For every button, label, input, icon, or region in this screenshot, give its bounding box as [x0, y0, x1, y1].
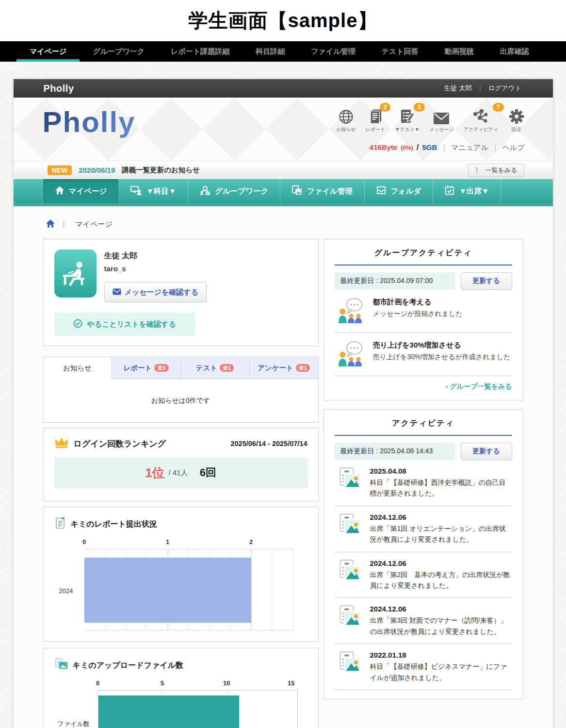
upload-category-label: ファイル数	[58, 720, 90, 728]
activity-count-badge: 7	[493, 103, 504, 112]
chevron-right-icon: 〉	[475, 166, 482, 175]
brand-text: Pholly	[44, 83, 74, 94]
activity-item[interactable]: 2022.01.18 科目「【基礎研修】ビジネスマナー」にファイルが追加されまし…	[335, 644, 512, 690]
top-tab-subject-detail[interactable]: 科目詳細	[243, 41, 298, 62]
rank-total: / 41人	[169, 468, 188, 478]
help-link[interactable]: ヘルプ	[502, 143, 524, 152]
activity-card: アクティビティ 最終更新日 : 2025.04.08 14:43 更新する 20…	[323, 409, 523, 699]
files-icon	[292, 185, 302, 197]
doc-image-icon	[338, 651, 363, 683]
logged-in-user: 生徒 太郎	[444, 84, 472, 93]
notice-text[interactable]: 講義一覧更新のお知らせ	[122, 165, 200, 175]
monitor-user-icon	[130, 185, 142, 197]
app-page: Pholly 生徒 太郎 ｜ ログアウト Pholly お知らせ	[14, 79, 553, 728]
activity-item[interactable]: 2024.12.06 出席「第3回 対面でのマナー（訪問/来客）」の出席状況が教…	[335, 598, 512, 644]
top-tab-video[interactable]: 動画視聴	[432, 41, 487, 62]
report-chart-title: キミのレポート提出状況	[71, 519, 157, 529]
chevron-right-icon: ›	[446, 382, 448, 390]
ranking-result: 1位 / 41人 6回	[54, 457, 307, 488]
logout-link[interactable]: ログアウト	[488, 84, 521, 93]
check-circle-icon	[73, 319, 82, 330]
activity-button[interactable]: アクティビティ 7	[464, 107, 499, 133]
report-button[interactable]: レポート 2	[366, 107, 386, 133]
globe-icon	[338, 107, 354, 125]
tab-anketo[interactable]: アンケート 未1	[250, 357, 319, 379]
pholly-logo[interactable]: Pholly	[43, 105, 136, 139]
top-tab-test-answer[interactable]: テスト回答	[369, 41, 432, 62]
envelope-icon	[113, 288, 121, 297]
group-icon	[200, 185, 210, 197]
nav-groupwork[interactable]: グループワーク	[188, 179, 280, 203]
breadcrumb-current: マイページ	[76, 220, 113, 229]
activity-refresh-button[interactable]: 更新する	[461, 443, 512, 460]
avatar	[54, 249, 97, 298]
storage-total: 5GB	[422, 143, 437, 151]
group-list-link[interactable]: ›グループ一覧をみる	[335, 376, 512, 391]
group-activity-item[interactable]: 都市計画を考える メッセージが投稿されました	[335, 290, 512, 333]
ranking-title: ログイン回数ランキング	[74, 438, 166, 449]
test-icon	[399, 107, 416, 125]
top-tab-groupwork[interactable]: グループワーク	[80, 41, 158, 62]
student-name: 生徒 太郎	[104, 251, 137, 261]
todo-list-button[interactable]: やることリストを確認する	[54, 313, 195, 336]
main-nav: マイページ ▼科目▼ グループワーク ファイル管理 フォルダ ▼出席▼	[14, 179, 553, 206]
nav-folder[interactable]: フォルダ	[365, 179, 433, 203]
report-bar-2024	[84, 558, 251, 623]
notices-panel: お知らせは0件です	[43, 379, 319, 423]
upload-chart-xticks: 0 5 10 15	[98, 679, 298, 690]
nav-attendance[interactable]: ▼出席▼	[433, 179, 501, 203]
tab-report[interactable]: レポート 未1	[112, 357, 181, 379]
unread-badge: 未1	[220, 364, 234, 372]
new-badge: NEW	[48, 165, 72, 175]
calendar-check-icon	[445, 185, 454, 197]
activity-item[interactable]: 2025.04.08 科目「【基礎研修】西洋史学概説」の自己目標が更新されました…	[335, 460, 512, 506]
view-all-notices-button[interactable]: 〉 一覧をみる	[468, 164, 525, 177]
check-messages-button[interactable]: メッセージを確認する	[104, 282, 207, 302]
top-tab-mypage[interactable]: マイページ	[16, 41, 80, 62]
manual-link[interactable]: マニュアル	[451, 143, 488, 152]
header-separator: ｜	[477, 84, 483, 93]
group-activity-item[interactable]: 売り上げを30%増加させる 売り上げを30%増加させるが作成されました	[335, 333, 512, 376]
activity-updated: 最終更新日 : 2025.04.08 14:43	[335, 443, 455, 460]
top-tab-attendance[interactable]: 出席確認	[487, 41, 542, 62]
doc-image-icon	[338, 559, 363, 591]
document-icon	[55, 517, 66, 531]
activity-title: アクティビティ	[335, 418, 512, 436]
upload-chart-title: キミのアップロードファイル数	[73, 661, 184, 671]
notice-tabs-block: お知らせ レポート 未1 テスト 未1 アンケート 未1	[43, 357, 319, 423]
settings-button[interactable]: 設定	[508, 107, 525, 133]
group-activity-title: グループアクティビティ	[335, 248, 512, 265]
group-activity-refresh-button[interactable]: 更新する	[461, 272, 512, 290]
news-button[interactable]: お知らせ	[336, 107, 356, 133]
top-tab-report-detail[interactable]: レポート課題詳細	[158, 41, 243, 62]
student-id: taro_s	[104, 265, 126, 273]
notice-date: 2020/06/19	[79, 166, 115, 174]
breadcrumb: 〉 マイページ	[14, 206, 553, 239]
inbox-tray-icon	[376, 185, 386, 197]
tab-test[interactable]: テスト 未1	[181, 357, 250, 379]
storage-usage: 416Byte (0%) / 5GB ｜ マニュアル ｜ ヘルプ	[370, 143, 525, 152]
breadcrumb-home-icon[interactable]	[46, 219, 55, 230]
group-activity-card: グループアクティビティ 最終更新日 : 2025.04.09 07:00 更新す…	[323, 239, 523, 400]
report-chart-xticks: 0 1 2	[84, 538, 293, 549]
nav-subjects[interactable]: ▼科目▼	[119, 179, 188, 203]
test-button[interactable]: ▼テスト▼ 3	[395, 107, 420, 133]
page-title: 学生画面【sample】	[189, 7, 378, 34]
page-background: Pholly 生徒 太郎 ｜ ログアウト Pholly お知らせ	[0, 62, 566, 728]
nav-file-management[interactable]: ファイル管理	[280, 179, 364, 203]
activity-item[interactable]: 2024.12.06 出席「第2回 基本の考え方」の出席状況が教員により変更され…	[335, 552, 512, 598]
activity-item[interactable]: 2024.12.06 出席「第1回 オリエンテーション」の出席状況が教員により変…	[335, 506, 512, 552]
home-icon	[55, 185, 65, 197]
sample-title-band: 学生画面【sample】	[0, 0, 566, 41]
tab-oshirase[interactable]: お知らせ	[43, 357, 112, 379]
rank-value: 1位	[145, 464, 164, 481]
nav-mypage[interactable]: マイページ	[43, 179, 119, 203]
doc-image-icon	[338, 467, 363, 499]
ranking-period: 2025/06/14 - 2025/07/14	[230, 440, 307, 447]
mail-icon	[433, 107, 450, 125]
top-tab-file-management[interactable]: ファイル管理	[298, 41, 368, 62]
message-button[interactable]: メッセージ	[429, 107, 454, 133]
login-count: 6回	[200, 465, 216, 480]
test-count-badge: 3	[414, 103, 425, 112]
unread-badge: 未1	[154, 364, 168, 372]
